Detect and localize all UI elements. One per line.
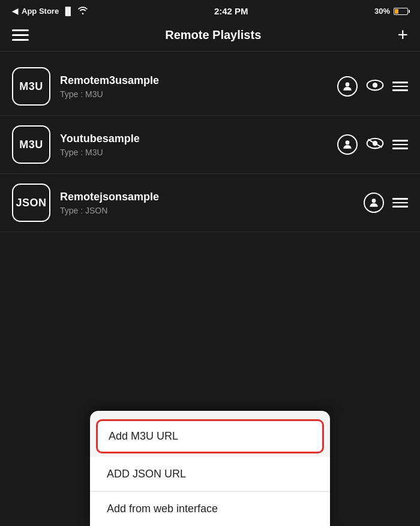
- eye-slashed-icon-2[interactable]: [366, 137, 384, 152]
- reorder-icon-2[interactable]: [392, 140, 408, 149]
- nav-bar: Remote Playlists +: [0, 21, 420, 52]
- page-title: Remote Playlists: [165, 28, 261, 42]
- dropdown-menu: Add M3U URL ADD JSON URL Add from web in…: [90, 411, 330, 526]
- playlist-actions-3: [364, 193, 408, 213]
- status-time: 2:42 PM: [214, 6, 248, 16]
- wifi-icon: [77, 6, 88, 16]
- playlist-type-1: Type : M3U: [60, 89, 328, 99]
- signal-icon: ▐▌: [62, 7, 73, 16]
- status-bar: ◀ App Store ▐▌ 2:42 PM 30%: [0, 0, 420, 21]
- status-right: 30%: [374, 7, 408, 16]
- list-item: JSON Remotejsonsample Type : JSON: [0, 174, 420, 232]
- svg-point-0: [346, 82, 350, 86]
- dropdown-item-add-m3u[interactable]: Add M3U URL: [96, 419, 324, 453]
- reorder-icon-3[interactable]: [392, 198, 408, 208]
- dropdown-item-add-json[interactable]: ADD JSON URL: [90, 457, 330, 492]
- playlist-type-2: Type : M3U: [60, 148, 328, 157]
- eye-icon-1[interactable]: [366, 79, 384, 94]
- playlist-list: M3U Remotem3usample Type : M3U: [0, 52, 420, 238]
- playlist-info-1: Remotem3usample Type : M3U: [60, 74, 328, 99]
- playlist-type-3: Type : JSON: [60, 206, 354, 215]
- person-icon-2[interactable]: [337, 134, 358, 155]
- playlist-info-3: Remotejsonsample Type : JSON: [60, 191, 354, 215]
- carrier-label: App Store: [22, 7, 59, 16]
- playlist-info-2: Youtubesample Type : M3U: [60, 133, 328, 157]
- list-item: M3U Remotem3usample Type : M3U: [0, 58, 420, 116]
- battery-icon: [394, 8, 408, 15]
- back-arrow-icon: ◀: [12, 7, 18, 16]
- add-button[interactable]: +: [397, 26, 408, 44]
- json-badge-3: JSON: [12, 184, 50, 222]
- svg-line-6: [368, 139, 382, 147]
- battery-percent-label: 30%: [374, 7, 390, 16]
- playlist-name-1: Remotem3usample: [60, 74, 328, 87]
- person-icon-1[interactable]: [337, 76, 358, 97]
- svg-point-7: [372, 199, 376, 203]
- playlist-actions-2: [337, 134, 408, 155]
- m3u-badge-1: M3U: [12, 67, 50, 106]
- dropdown-item-add-web[interactable]: Add from web interface: [90, 492, 330, 526]
- svg-point-3: [346, 140, 350, 145]
- m3u-badge-2: M3U: [12, 125, 50, 164]
- status-left: ◀ App Store ▐▌: [12, 6, 88, 16]
- reorder-icon-1[interactable]: [392, 82, 408, 91]
- playlist-name-2: Youtubesample: [60, 133, 328, 145]
- list-item: M3U Youtubesample Type : M3U: [0, 116, 420, 174]
- svg-point-2: [373, 83, 377, 88]
- playlist-actions-1: [337, 76, 408, 97]
- person-icon-3[interactable]: [364, 193, 384, 213]
- playlist-name-3: Remotejsonsample: [60, 191, 354, 203]
- hamburger-menu-button[interactable]: [12, 29, 29, 41]
